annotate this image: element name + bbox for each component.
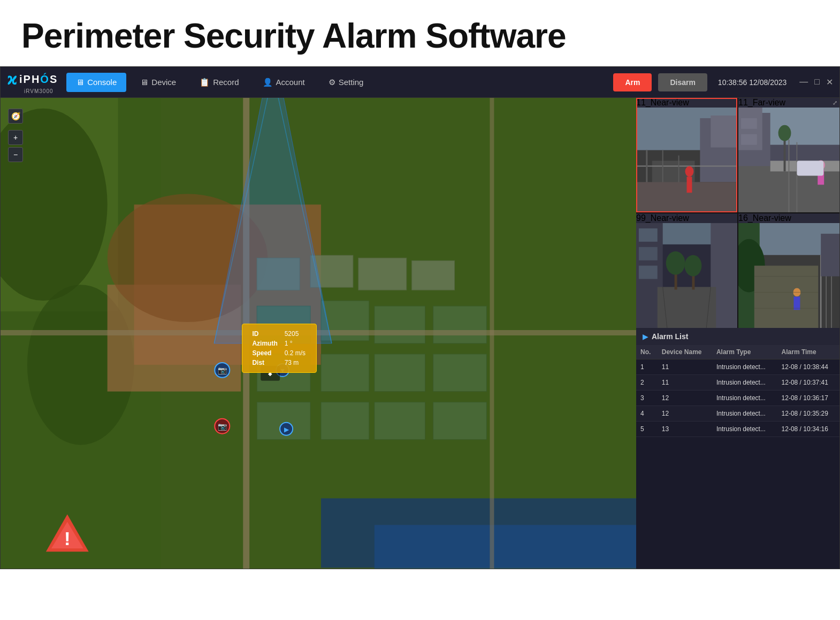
alarm-list: ▶ Alarm List No. Device Name Alarm Type … [636,328,839,569]
page-title: Perimeter Security Alarm Software [21,16,819,56]
cam3-label: 99_Near-view [636,213,737,223]
svg-rect-79 [639,228,658,242]
svg-rect-17 [321,402,369,440]
camera-cell-2[interactable]: 11_Far-view ⤢ [738,98,839,212]
popup-azimuth-value: 1 ° [282,339,309,348]
svg-rect-9 [375,525,636,569]
svg-rect-21 [433,402,487,440]
cell-type: Intrusion detect... [712,375,777,391]
zoom-out-button[interactable]: − [8,147,23,162]
camera-cell-4[interactable]: 16_Near-view [738,213,839,328]
compass-button[interactable]: 🧭 [8,109,23,124]
svg-rect-96 [793,296,800,310]
cell-no: 3 [636,391,658,406]
cell-device: 11 [658,359,712,375]
col-time: Alarm Time [777,345,839,359]
logo-model: iRVM3000 [24,88,54,94]
cam2-scene [738,108,839,212]
map-svg: 📷 ▼ 📷 [1,98,636,569]
alarm-row-5[interactable]: 5 13 Intrusion detect... 12-08 / 10:34:1… [636,422,839,437]
map-area[interactable]: 📷 ▼ 📷 [1,98,636,569]
nav-setting[interactable]: ⚙ Setting [319,73,373,92]
svg-text:📷: 📷 [218,366,227,375]
camera-cell-3[interactable]: 99_Near-view [636,213,737,328]
disarm-button[interactable]: Disarm [658,73,707,91]
svg-point-55 [685,166,694,177]
svg-rect-19 [433,306,487,343]
cell-time: 12-08 / 10:35:29 [777,406,839,422]
cell-device: 11 [658,375,712,391]
popup-id-label: ID [250,330,281,338]
alarm-list-header: ▶ Alarm List [636,328,839,345]
cell-type: Intrusion detect... [712,359,777,375]
cell-no: 5 [636,422,658,437]
svg-rect-24 [358,258,407,290]
svg-rect-15 [375,354,425,392]
cell-type: Intrusion detect... [712,406,777,422]
cell-type: Intrusion detect... [712,391,777,406]
logo-area: ϰ iPHÓS iRVM3000 [7,71,58,94]
svg-rect-12 [375,306,425,343]
svg-point-85 [685,255,702,277]
alarm-row-1[interactable]: 1 11 Intrusion detect... 12-08 / 10:38:4… [636,359,839,375]
alarm-list-icon: ▶ [643,332,648,341]
minimize-button[interactable]: — [799,77,808,87]
popup-id-value: 5205 [282,330,309,338]
svg-rect-81 [639,266,658,279]
popup-azimuth-label: Azimuth [250,339,281,348]
alarm-row-2[interactable]: 2 11 Intrusion detect... 12-08 / 10:37:4… [636,375,839,391]
close-button[interactable]: ✕ [826,77,833,87]
cell-no: 2 [636,375,658,391]
logo-icon: ϰ [7,71,17,88]
cam4-label: 16_Near-view [738,213,839,223]
col-device: Device Name [658,345,712,359]
console-icon: 🖥 [76,78,84,87]
cell-type: Intrusion detect... [712,422,777,437]
logo-text: iPHÓS [19,73,58,86]
svg-rect-56 [687,177,692,193]
page-title-area: Perimeter Security Alarm Software [0,0,840,66]
map-satellite: 📷 ▼ 📷 [1,98,636,569]
cell-device: 12 [658,391,712,406]
nav-console[interactable]: 🖥 Console [66,73,126,92]
cam3-scene [636,223,737,328]
nav-device[interactable]: 🖥 Device [131,73,186,92]
alarm-table: No. Device Name Alarm Type Alarm Time 1 … [636,345,839,437]
zoom-in-button[interactable]: + [8,130,23,145]
alarm-row-4[interactable]: 4 12 Intrusion detect... 12-08 / 10:35:2… [636,406,839,422]
device-icon: 🖥 [140,78,148,87]
alarm-row-3[interactable]: 3 12 Intrusion detect... 12-08 / 10:36:1… [636,391,839,406]
svg-rect-14 [321,354,369,392]
cell-time: 12-08 / 10:38:44 [777,359,839,375]
col-type: Alarm Type [712,345,777,359]
popup-speed-label: Speed [250,349,281,357]
svg-rect-90 [754,266,818,328]
target-popup: ID 5205 Azimuth 1 ° Speed 0.2 m/s Dist 7… [242,324,317,373]
main-content: 📷 ▼ 📷 [1,98,839,569]
svg-point-68 [778,125,791,141]
cam2-badge: ⤢ [833,99,837,106]
cell-device: 12 [658,406,712,422]
cell-time: 12-08 / 10:36:17 [777,391,839,406]
cell-time: 12-08 / 10:37:41 [777,375,839,391]
title-bar: ϰ iPHÓS iRVM3000 🖥 Console 🖥 Device 📋 Re… [1,67,839,98]
svg-text:📷: 📷 [218,422,227,431]
svg-rect-48 [711,116,737,148]
svg-rect-18 [375,402,425,440]
svg-rect-94 [821,234,839,277]
svg-rect-80 [639,247,658,261]
maximize-button[interactable]: □ [814,77,820,87]
window-controls: — □ ✕ [799,77,833,87]
nav-record[interactable]: 📋 Record [190,73,248,92]
arm-button[interactable]: Arm [613,73,652,91]
nav-account[interactable]: 👤 Account [253,73,315,92]
account-icon: 👤 [263,78,273,87]
right-panel: 11_Near-view [636,98,839,569]
camera-cell-1[interactable]: 11_Near-view [636,98,737,212]
svg-rect-71 [797,161,823,176]
datetime-display: 10:38:56 12/08/2023 [718,78,786,87]
cell-no: 1 [636,359,658,375]
alarm-list-title: Alarm List [652,332,688,341]
app-window: ϰ iPHÓS iRVM3000 🖥 Console 🖥 Device 📋 Re… [0,66,840,569]
camera-grid: 11_Near-view [636,98,839,328]
